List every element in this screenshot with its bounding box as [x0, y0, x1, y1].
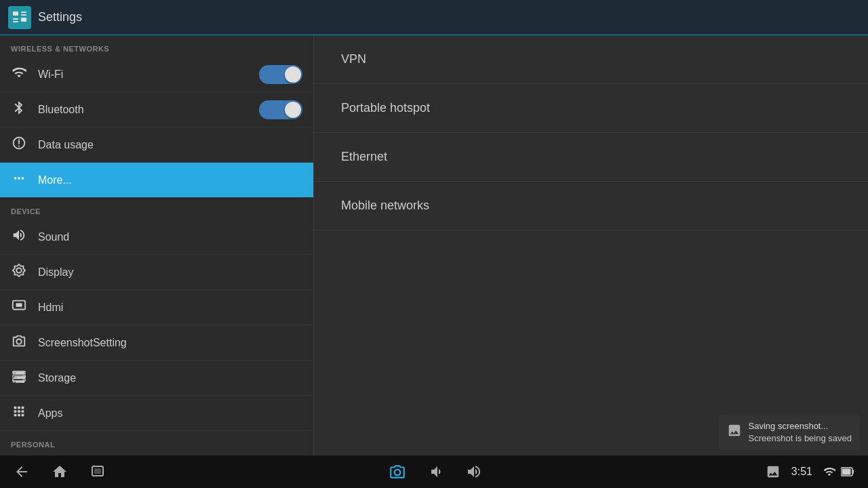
volume-down-button[interactable] [428, 464, 444, 480]
data-usage-icon [11, 136, 27, 154]
svg-rect-4 [13, 21, 18, 22]
status-time: 3:51 [791, 466, 812, 478]
screenshot-label: ScreenshotSetting [38, 337, 302, 349]
display-icon [11, 263, 27, 281]
svg-rect-2 [21, 14, 26, 16]
sidebar-item-apps[interactable]: Apps [0, 396, 313, 431]
sidebar-item-more[interactable]: More... [0, 163, 313, 198]
settings-app-icon [8, 6, 31, 29]
wifi-toggle[interactable]: ON [259, 65, 302, 84]
bluetooth-toggle[interactable]: ON [259, 100, 302, 119]
home-button[interactable] [52, 464, 68, 480]
wifi-label: Wi-Fi [38, 68, 248, 81]
status-icons [823, 466, 854, 478]
toast-text-container: Saving screenshot... Screenshot is being… [749, 420, 852, 445]
screenshot-capture-button[interactable] [389, 463, 406, 481]
wifi-icon [11, 65, 27, 83]
section-header-wireless: WIRELESS & NETWORKS [0, 35, 313, 57]
apps-icon [11, 404, 27, 422]
storage-label: Storage [38, 372, 302, 384]
back-button[interactable] [14, 464, 30, 480]
titlebar: Settings [0, 0, 868, 35]
hdmi-label: Hdmi [38, 302, 302, 314]
svg-rect-17 [842, 469, 850, 475]
data-usage-label: Data usage [38, 139, 302, 151]
hdmi-icon [11, 298, 27, 317]
svg-rect-18 [852, 470, 854, 474]
navbar: 3:51 [0, 455, 868, 488]
recents-button[interactable] [90, 464, 106, 480]
sound-label: Sound [38, 231, 302, 243]
content-item-ethernet[interactable]: Ethernet [314, 133, 868, 182]
content-item-vpn[interactable]: VPN [314, 35, 868, 84]
svg-point-12 [23, 375, 24, 377]
svg-rect-1 [21, 12, 26, 13]
section-header-personal: PERSONAL [0, 431, 313, 453]
nav-status-area: 3:51 [766, 464, 854, 479]
gallery-icon [766, 464, 781, 479]
content-item-mobile-networks[interactable]: Mobile networks [314, 182, 868, 230]
bluetooth-label: Bluetooth [38, 104, 248, 116]
mobile-networks-label: Mobile networks [341, 199, 429, 213]
svg-point-11 [23, 372, 24, 373]
more-label: More... [38, 174, 302, 186]
apps-label: Apps [38, 407, 302, 420]
sidebar-item-bluetooth[interactable]: Bluetooth ON [0, 92, 313, 127]
nav-system-buttons [14, 464, 106, 480]
portable-hotspot-label: Portable hotspot [341, 101, 430, 115]
toast-title: Saving screenshot... [749, 420, 852, 432]
toast-subtitle: Screenshot is being saved [749, 432, 852, 445]
svg-rect-15 [94, 468, 101, 474]
volume-up-button[interactable] [466, 464, 482, 480]
status-wifi-icon [823, 466, 835, 478]
sidebar-item-hdmi[interactable]: Hdmi [0, 290, 313, 325]
svg-point-13 [23, 380, 24, 381]
ethernet-label: Ethernet [341, 150, 387, 164]
screenshot-icon [11, 333, 27, 352]
nav-center-buttons [389, 463, 482, 481]
svg-rect-7 [16, 303, 22, 307]
sidebar-item-sound[interactable]: Sound [0, 220, 313, 255]
sidebar: WIRELESS & NETWORKS Wi-Fi ON [0, 35, 314, 455]
more-icon [11, 171, 27, 189]
page-title: Settings [38, 10, 82, 24]
sidebar-item-wifi[interactable]: Wi-Fi ON [0, 57, 313, 92]
sidebar-item-screenshot[interactable]: ScreenshotSetting [0, 325, 313, 361]
section-header-device: DEVICE [0, 198, 313, 220]
vpn-label: VPN [341, 52, 366, 66]
sidebar-item-storage[interactable]: Storage [0, 361, 313, 396]
svg-rect-3 [13, 18, 18, 20]
content-panel: VPN Portable hotspot Ethernet Mobile net… [314, 35, 868, 455]
sidebar-item-data-usage[interactable]: Data usage [0, 127, 313, 163]
status-battery-icon [841, 467, 854, 476]
svg-rect-5 [21, 18, 26, 22]
sound-icon [11, 228, 27, 246]
svg-rect-0 [13, 12, 18, 16]
screenshot-toast: Saving screenshot... Screenshot is being… [719, 415, 860, 450]
content-item-portable-hotspot[interactable]: Portable hotspot [314, 84, 868, 133]
main-layout: WIRELESS & NETWORKS Wi-Fi ON [0, 35, 868, 455]
display-label: Display [38, 266, 302, 279]
bluetooth-icon [11, 100, 27, 119]
toast-icon [727, 423, 742, 441]
sidebar-item-display[interactable]: Display [0, 255, 313, 290]
storage-icon [11, 369, 27, 387]
